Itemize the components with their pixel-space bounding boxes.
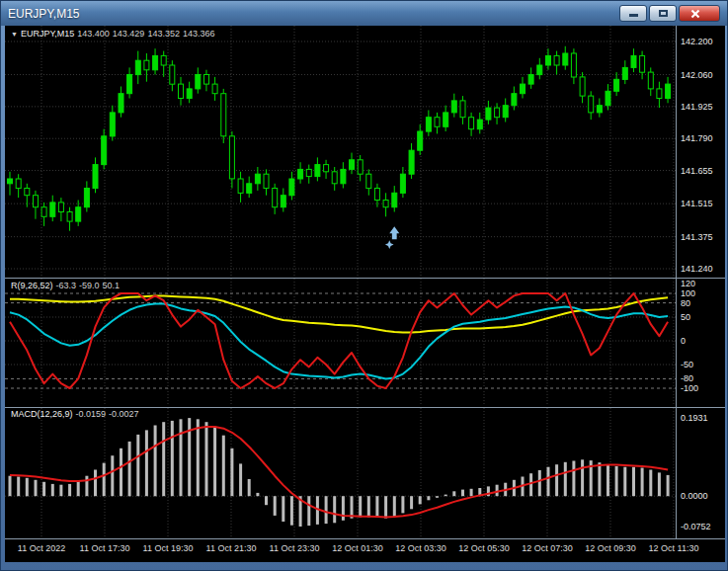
time-axis-label: 12 Oct 05:30: [458, 543, 510, 553]
time-axis-label: 12 Oct 11:30: [649, 543, 699, 553]
time-axis-label: 12 Oct 01:30: [332, 543, 383, 553]
buy-arrow-icon: [385, 226, 399, 249]
close-button[interactable]: [679, 5, 720, 22]
oscillator-panel[interactable]: [5, 279, 676, 406]
price-axis-label: -50: [681, 360, 693, 369]
price-axis-label: 141.925: [681, 102, 713, 112]
price-axis-label: 141.375: [681, 232, 713, 242]
indicator1-value-2: -59.0: [79, 281, 100, 290]
application-window: EURJPY,M15 ▼EURJPY,M15143.400143.429143.…: [0, 0, 728, 571]
macd-label: MACD(12,26,9): [11, 409, 73, 419]
minimize-icon: [629, 14, 638, 17]
indicator1-value-3: 50.1: [103, 281, 121, 290]
time-axis-label: 11 Oct 23:30: [270, 543, 320, 553]
title-bar[interactable]: EURJPY,M15: [1, 1, 727, 26]
price-axis-label: 141.790: [681, 133, 713, 143]
star-icon: [385, 240, 394, 249]
price-axis-label: 142.060: [681, 70, 713, 80]
price-axis-label: 142.200: [681, 37, 713, 46]
low-value: 143.352: [147, 29, 180, 39]
price-axis-label: -100: [681, 383, 698, 393]
price-axis-label: 50: [681, 312, 690, 322]
open-value: 143.400: [77, 29, 110, 39]
maximize-icon: [659, 10, 668, 17]
time-axis-label: 11 Oct 2022: [18, 543, 65, 553]
main-chart-panel[interactable]: [5, 26, 676, 277]
price-axis-label: 141.240: [681, 264, 713, 274]
time-axis-label: 12 Oct 03:30: [395, 543, 446, 553]
chart-client-area: ▼EURJPY,M15143.400143.429143.352143.366 …: [5, 26, 725, 562]
price-axis-label: 0.0000: [681, 491, 708, 501]
price-axis-label: 141.655: [681, 166, 713, 176]
indicator1-label: R(9,26,52): [11, 281, 53, 290]
price-axis-label: -80: [681, 373, 693, 383]
macd-value-2: -0.0027: [109, 409, 139, 419]
window-title: EURJPY,M15: [8, 7, 79, 21]
panel-separator: [5, 538, 725, 539]
price-axis-label: 100: [681, 288, 695, 298]
ohlc-info-line: ▼EURJPY,M15143.400143.429143.352143.366: [11, 29, 217, 40]
macd-info-line: MACD(12,26,9)-0.0159-0.0027: [11, 409, 142, 420]
time-axis-label: 11 Oct 17:30: [80, 543, 130, 553]
symbol-period-label: EURJPY,M15: [21, 29, 74, 39]
price-axis-label: 0.1931: [681, 413, 708, 423]
time-axis-label: 12 Oct 07:30: [522, 543, 573, 553]
price-axis-label: 120: [681, 279, 695, 288]
candlestick-layer: [8, 46, 671, 231]
indicator1-info-line: R(9,26,52)-63.3-59.050.1: [11, 281, 122, 291]
price-axis-label: 141.515: [681, 199, 713, 208]
time-axis-label: 11 Oct 21:30: [206, 543, 257, 553]
maximize-button[interactable]: [649, 5, 677, 22]
price-axis-separator: [676, 26, 677, 538]
price-axis-label: 80: [681, 298, 690, 308]
price-axis-label: -0.0752: [681, 522, 711, 531]
macd-signal-line: [10, 427, 668, 517]
minimize-button[interactable]: [619, 5, 647, 22]
window-controls: [619, 5, 720, 22]
macd-panel[interactable]: [5, 408, 676, 537]
time-axis-label: 11 Oct 19:30: [143, 543, 194, 553]
price-axis-label: 0: [681, 336, 686, 346]
close-value: 143.366: [183, 29, 215, 39]
high-value: 143.429: [113, 29, 145, 39]
symbol-dropdown-icon[interactable]: ▼: [11, 31, 18, 38]
time-axis-label: 12 Oct 09:30: [585, 543, 636, 553]
macd-value-1: -0.0159: [76, 409, 107, 419]
indicator1-value-1: -63.3: [56, 281, 77, 290]
